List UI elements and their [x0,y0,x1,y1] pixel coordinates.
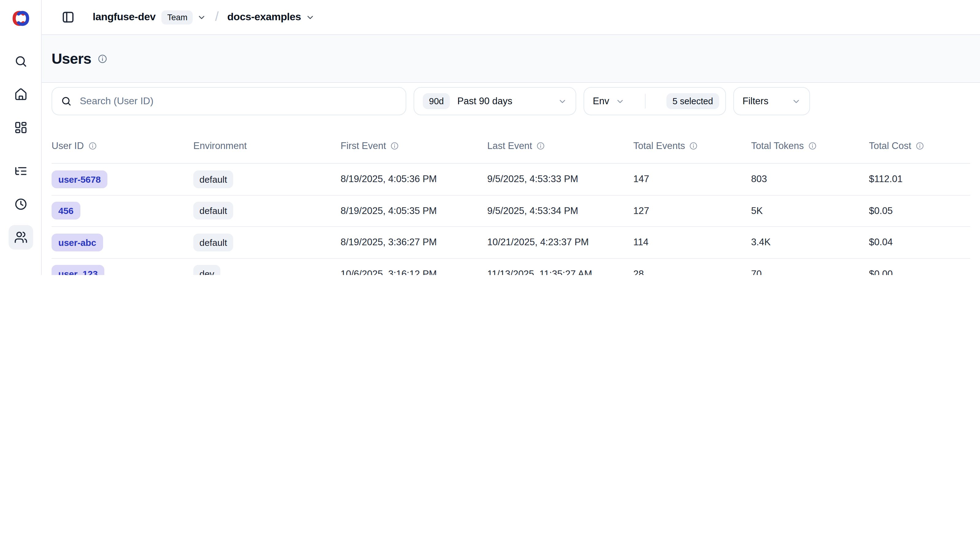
chevron-down-icon [558,97,567,106]
column-header-environment[interactable]: Environment [193,140,340,151]
total-cost-cell: $0.04 [869,237,970,248]
column-header-total-cost[interactable]: Total Cost [869,140,970,151]
page-header: Users [42,35,980,83]
dashboard-grid-icon [14,121,27,134]
sidebar-item-sessions[interactable] [8,192,33,216]
column-header-total-events[interactable]: Total Events [633,140,751,151]
last-event-cell: 9/5/2025, 4:53:34 PM [487,205,633,216]
time-range-button[interactable]: 90d Past 90 days [414,87,576,115]
environment-badge: default [193,234,233,251]
total-events-cell: 28 [633,269,751,275]
divider [645,94,646,109]
environment-filter-button[interactable]: Env 5 selected [584,87,726,115]
topbar: langfuse-dev Team / docs-examples [42,0,980,35]
column-header-user-id[interactable]: User ID [51,140,193,151]
content: 90d Past 90 days Env 5 selected Filters [42,83,980,275]
last-event-cell: 11/13/2025, 11:35:27 AM [487,269,633,275]
environment-badge: dev [193,265,220,275]
page-title: Users [51,50,91,67]
sidebar-toggle-button[interactable] [58,7,78,28]
column-header-first-event[interactable]: First Event [340,140,487,151]
org-name[interactable]: langfuse-dev [93,11,156,23]
page-info-icon[interactable] [97,54,107,63]
column-info-icon[interactable] [537,142,545,150]
chevron-down-icon [615,97,624,106]
project-switcher-button[interactable] [305,13,315,22]
sidebar-item-prompts[interactable] [8,269,33,275]
environment-badge: default [193,202,233,220]
breadcrumb: langfuse-dev Team / docs-examples [93,10,315,25]
column-info-icon[interactable] [808,142,817,150]
langfuse-logo-icon [9,8,32,29]
total-tokens-cell: 803 [751,174,869,185]
clock-icon [14,197,27,211]
total-cost-cell: $0.00 [869,269,970,275]
column-info-icon[interactable] [88,142,97,150]
column-header-total-tokens[interactable]: Total Tokens [751,140,869,151]
user-id-badge[interactable]: user-abc [51,234,103,251]
total-tokens-cell: 5K [751,205,869,216]
search-icon [14,55,27,68]
total-cost-cell: $112.01 [869,174,970,185]
app-window: langfuse-dev Team / docs-examples Users [0,0,980,275]
env-selected-badge: 5 selected [667,93,719,109]
total-cost-cell: $0.05 [869,205,970,216]
sidebar-item-home[interactable] [8,82,33,107]
table-row[interactable]: user_123 dev 10/6/2025, 3:16:12 PM 11/13… [51,258,970,275]
total-tokens-cell: 3.4K [751,237,869,248]
table-row[interactable]: 456 default 8/19/2025, 4:05:35 PM 9/5/20… [51,195,970,227]
project-name[interactable]: docs-examples [228,11,301,23]
time-range-badge: 90d [423,93,450,109]
sidebar-item-dashboards[interactable] [8,115,33,140]
search-input[interactable] [80,96,397,107]
table-row[interactable]: user-5678 default 8/19/2025, 4:05:36 PM … [51,164,970,195]
time-range-label: Past 90 days [457,96,512,107]
panel-left-icon [61,10,75,24]
org-switcher-button[interactable] [197,13,207,22]
sidebar [0,0,42,275]
sidebar-item-users[interactable] [8,225,33,250]
first-event-cell: 8/19/2025, 4:05:36 PM [340,174,487,185]
column-info-icon[interactable] [689,142,698,150]
breadcrumb-separator: / [215,9,219,24]
filters-label: Filters [743,96,768,107]
column-info-icon[interactable] [390,142,399,150]
last-event-cell: 9/5/2025, 4:53:33 PM [487,174,633,185]
filter-bar: 90d Past 90 days Env 5 selected Filters [51,87,970,115]
user-id-badge[interactable]: user-5678 [51,170,107,188]
first-event-cell: 8/19/2025, 3:36:27 PM [340,237,487,248]
filters-button[interactable]: Filters [733,87,810,115]
home-icon [14,88,27,101]
table-body: user-5678 default 8/19/2025, 4:05:36 PM … [51,164,970,275]
users-icon [14,231,27,244]
column-info-icon[interactable] [916,142,924,150]
total-events-cell: 127 [633,205,751,216]
total-tokens-cell: 70 [751,269,869,275]
trace-tree-icon [14,164,27,178]
user-id-badge[interactable]: user_123 [51,265,105,275]
table-row[interactable]: user-abc default 8/19/2025, 3:36:27 PM 1… [51,227,970,258]
total-events-cell: 147 [633,174,751,185]
sidebar-item-tracing[interactable] [8,159,33,183]
last-event-cell: 10/21/2025, 4:23:37 PM [487,237,633,248]
first-event-cell: 10/6/2025, 3:16:12 PM [340,269,487,275]
env-label: Env [593,96,609,107]
main-area: langfuse-dev Team / docs-examples Users [42,0,980,275]
column-header-last-event[interactable]: Last Event [487,140,633,151]
search-box [51,87,406,115]
user-id-badge[interactable]: 456 [51,202,80,220]
sidebar-item-search[interactable] [8,49,33,74]
table-header-row: User ID Environment First Event Last Eve… [51,129,970,164]
search-icon [61,96,72,107]
users-table: User ID Environment First Event Last Eve… [51,129,970,275]
total-events-cell: 114 [633,237,751,248]
environment-badge: default [193,170,233,188]
org-plan-badge: Team [162,10,193,24]
first-event-cell: 8/19/2025, 4:05:35 PM [340,205,487,216]
chevron-down-icon [792,97,801,106]
file-code-icon [14,274,27,275]
